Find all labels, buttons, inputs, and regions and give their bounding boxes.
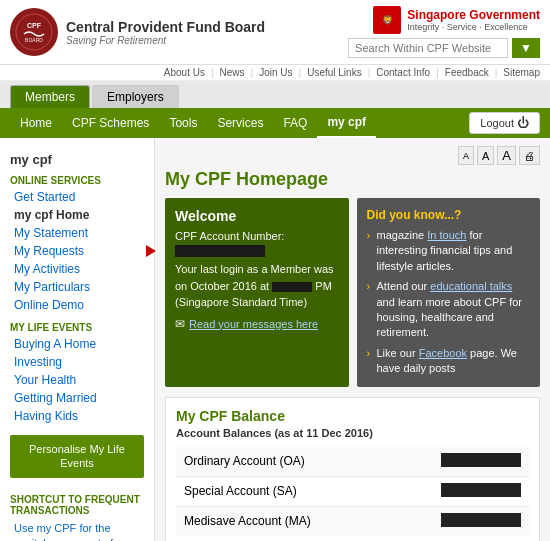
read-messages-row: ✉ Read your messages here xyxy=(175,317,339,331)
lion-icon: 🦁 xyxy=(373,6,401,34)
header-right: 🦁 Singapore Government Integrity · Servi… xyxy=(348,6,540,58)
ma-value xyxy=(387,506,529,536)
sidebar-item-my-cpf-home[interactable]: my cpf Home xyxy=(0,206,154,224)
sa-label: Special Account (SA) xyxy=(176,476,387,506)
red-arrow-indicator xyxy=(146,245,156,257)
logo-text: Central Provident Fund Board Saving For … xyxy=(66,19,265,46)
org-tagline: Saving For Retirement xyxy=(66,35,265,46)
in-touch-link[interactable]: In touch xyxy=(427,229,466,241)
balance-section: My CPF Balance Account Balances (as at 1… xyxy=(165,397,540,541)
did-you-know-item-1: › magazine In touch for interesting fina… xyxy=(367,228,531,274)
contact-info-link[interactable]: Contact Info xyxy=(376,67,430,78)
font-controls: A A A 🖨 xyxy=(165,146,540,165)
tab-bar: Members Employers xyxy=(0,81,550,108)
account-number-blacked xyxy=(175,245,265,257)
balance-table: Ordinary Account (OA) Special Account (S… xyxy=(176,447,529,536)
tab-members[interactable]: Members xyxy=(10,85,90,108)
table-row: Special Account (SA) xyxy=(176,476,529,506)
sidebar-section-online: Online Services xyxy=(0,169,154,188)
sitemap-link[interactable]: Sitemap xyxy=(503,67,540,78)
facebook-link[interactable]: Facebook xyxy=(419,347,467,359)
welcome-last-login: Your last login as a Member was on Octob… xyxy=(175,261,339,311)
did-you-know-list: › magazine In touch for interesting fina… xyxy=(367,228,531,377)
nav-tools[interactable]: Tools xyxy=(159,109,207,137)
tab-employers[interactable]: Employers xyxy=(92,85,179,108)
svg-point-0 xyxy=(16,14,52,50)
sidebar-item-online-demo[interactable]: Online Demo xyxy=(0,296,154,314)
font-size-medium[interactable]: A xyxy=(477,146,494,165)
search-input[interactable] xyxy=(348,38,508,58)
font-size-small[interactable]: A xyxy=(458,146,474,165)
font-size-large[interactable]: A xyxy=(497,146,516,165)
sa-value xyxy=(387,476,529,506)
welcome-box: Welcome CPF Account Number: Your last lo… xyxy=(165,198,349,387)
login-time-blacked xyxy=(272,282,312,292)
logout-label: Logout xyxy=(480,117,514,129)
logo-circle: CPF BOARD xyxy=(10,8,58,56)
nav-cpf-schemes[interactable]: CPF Schemes xyxy=(62,109,159,137)
welcome-heading: Welcome xyxy=(175,208,339,224)
logout-icon: ⏻ xyxy=(517,116,529,130)
sidebar-section-life-events: My Life Events xyxy=(0,314,154,335)
sidebar-item-my-statement[interactable]: My Statement xyxy=(0,224,154,242)
did-you-know-title: Did you know...? xyxy=(367,208,531,222)
did-you-know-box: Did you know...? › magazine In touch for… xyxy=(357,198,541,387)
svg-text:CPF: CPF xyxy=(27,22,42,29)
gov-text: Singapore Government Integrity · Service… xyxy=(407,8,540,32)
main-nav: Home CPF Schemes Tools Services FAQ my c… xyxy=(0,108,550,138)
sidebar-item-get-started[interactable]: Get Started xyxy=(0,188,154,206)
join-us-link[interactable]: Join Us xyxy=(259,67,292,78)
main-content: A A A 🖨 My CPF Homepage Welcome CPF Acco… xyxy=(155,138,550,541)
about-us-link[interactable]: About Us xyxy=(164,67,205,78)
table-row: Ordinary Account (OA) xyxy=(176,447,529,477)
page-title: My CPF Homepage xyxy=(165,169,540,190)
welcome-section: Welcome CPF Account Number: Your last lo… xyxy=(165,198,540,387)
account-label: CPF Account Number: xyxy=(175,230,284,242)
oa-label: Ordinary Account (OA) xyxy=(176,447,387,477)
gov-logo: 🦁 Singapore Government Integrity · Servi… xyxy=(373,6,540,34)
sidebar-item-my-particulars[interactable]: My Particulars xyxy=(0,278,154,296)
welcome-account: CPF Account Number: xyxy=(175,230,339,257)
svg-text:BOARD: BOARD xyxy=(25,37,43,43)
header: CPF BOARD Central Provident Fund Board S… xyxy=(0,0,550,65)
nav-my-cpf[interactable]: my cpf xyxy=(317,108,376,138)
print-button[interactable]: 🖨 xyxy=(519,146,540,165)
nav-home[interactable]: Home xyxy=(10,109,62,137)
did-you-know-item-2: › Attend our educational talks and learn… xyxy=(367,279,531,341)
oa-value xyxy=(387,447,529,477)
sidebar-item-your-health[interactable]: Your Health xyxy=(0,371,154,389)
sidebar-item-buying-home[interactable]: Buying A Home xyxy=(0,335,154,353)
cpf-logo-icon: CPF BOARD xyxy=(14,12,54,52)
nav-faq[interactable]: FAQ xyxy=(273,109,317,137)
content-wrapper: my cpf Online Services Get Started my cp… xyxy=(0,138,550,541)
personalise-button[interactable]: Personalise My Life Events xyxy=(10,435,144,478)
gov-tagline: Integrity · Service · Excellence xyxy=(407,22,540,32)
sidebar-item-getting-married[interactable]: Getting Married xyxy=(0,389,154,407)
balance-title: My CPF Balance xyxy=(176,408,529,424)
ma-label: Medisave Account (MA) xyxy=(176,506,387,536)
envelope-icon: ✉ xyxy=(175,317,185,331)
table-row: Medisave Account (MA) xyxy=(176,506,529,536)
feedback-link[interactable]: Feedback xyxy=(445,67,489,78)
search-button[interactable]: ▼ xyxy=(512,38,540,58)
search-row: ▼ xyxy=(348,38,540,58)
useful-links-link[interactable]: Useful Links xyxy=(307,67,361,78)
top-nav: About Us | News | Join Us | Useful Links… xyxy=(0,65,550,81)
logout-button[interactable]: Logout ⏻ xyxy=(469,112,540,134)
sidebar-title: my cpf xyxy=(0,148,154,169)
gov-label: Singapore Government xyxy=(407,8,540,22)
sidebar-item-my-requests[interactable]: My Requests xyxy=(0,242,154,260)
sidebar-item-shortcut-1[interactable]: Use my CPF for the capital repayment of … xyxy=(0,518,154,541)
balance-subtitle: Account Balances (as at 11 Dec 2016) xyxy=(176,427,529,439)
sidebar-item-having-kids[interactable]: Having Kids xyxy=(0,407,154,425)
logo-area: CPF BOARD Central Provident Fund Board S… xyxy=(10,8,265,56)
educational-talks-link[interactable]: educational talks xyxy=(430,280,512,292)
sidebar: my cpf Online Services Get Started my cp… xyxy=(0,138,155,541)
org-name: Central Provident Fund Board xyxy=(66,19,265,35)
sidebar-item-my-activities[interactable]: My Activities xyxy=(0,260,154,278)
sidebar-section-shortcuts: Shortcut to Frequent Transactions xyxy=(0,488,154,518)
news-link[interactable]: News xyxy=(220,67,245,78)
read-messages-link[interactable]: Read your messages here xyxy=(189,318,318,330)
nav-services[interactable]: Services xyxy=(207,109,273,137)
sidebar-item-investing[interactable]: Investing xyxy=(0,353,154,371)
